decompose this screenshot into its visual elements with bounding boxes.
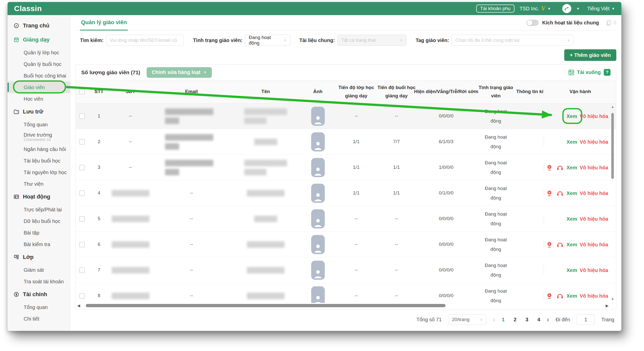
page-button-2[interactable]: 2 [514, 317, 516, 323]
page-button-4[interactable]: 4 [537, 317, 540, 323]
row-checkbox[interactable] [79, 267, 85, 273]
avatar [311, 107, 325, 126]
row-checkbox[interactable] [79, 165, 85, 170]
sidebar-item-luu-tru[interactable]: Lưu trữ [8, 105, 70, 119]
sidebar-item-du-lieu-buoi-hoc[interactable]: Dữ liệu buổi học [8, 215, 70, 227]
tag-filter-select[interactable]: Chọn tối đa 3 thẻ cùng một lúc ∨ [452, 35, 574, 46]
hscroll-track[interactable] [82, 304, 604, 307]
sidebar-item-drive-truong[interactable]: Drive trườngCourseware cũ [8, 130, 70, 143]
next-page-button[interactable]: › [547, 316, 549, 323]
view-button[interactable]: Xem [567, 163, 577, 172]
prev-page-button[interactable]: ‹ [493, 316, 495, 323]
sidebar-item-tong-quan-tai-chinh[interactable]: Tổng quan [8, 301, 70, 313]
view-button[interactable]: Xem [567, 266, 577, 275]
shared-docs-toggle-label: Kích hoạt tài liệu chung [542, 20, 599, 26]
yen-icon [13, 291, 20, 298]
download-button[interactable]: Tải xuống [568, 69, 601, 76]
disable-button[interactable]: Vô hiệu hóa [580, 189, 608, 198]
row-checkbox[interactable] [79, 190, 85, 196]
chevron-down-icon: ▼ [612, 7, 615, 11]
view-button[interactable]: Xem [567, 292, 577, 300]
shared-docs-count[interactable]: 0 [606, 20, 616, 26]
view-button[interactable]: Xem [567, 112, 577, 121]
tab-teacher-management[interactable]: Quản lý giáo viên [80, 15, 128, 30]
sidebar-item-trang-chu[interactable]: Trang chủ [8, 19, 70, 33]
sidebar-item-giam-sat[interactable]: Giám sát [8, 264, 70, 276]
sidebar-item-tai-chinh[interactable]: Tài chính [8, 287, 70, 301]
disable-button[interactable]: Vô hiệu hóa [580, 266, 608, 275]
sidebar-item-hoat-dong[interactable]: Hoạt động [8, 190, 70, 204]
view-button[interactable]: Xem [567, 215, 577, 223]
sidebar-item-tra-soat-tai-khoan[interactable]: Tra soát tài khoản [8, 276, 70, 287]
scroll-left-icon[interactable]: ◀ [77, 303, 80, 308]
sidebar-item-buoi-hoc-cong-khai[interactable]: Buổi học công khai [8, 70, 70, 82]
row-checkbox[interactable] [79, 242, 85, 247]
select-all-checkbox[interactable] [79, 89, 85, 95]
sidebar-item-giang-day[interactable]: Giảng dạy [8, 33, 70, 47]
status-filter-select[interactable]: Đang hoạt động ∨ [245, 35, 290, 46]
webcam-icon [546, 292, 553, 300]
cell-photo [300, 132, 336, 151]
search-input[interactable] [110, 37, 180, 43]
help-button[interactable]: ? [604, 69, 611, 76]
sidebar-item-giao-vien[interactable]: Giáo viên [8, 82, 70, 93]
scroll-up-icon[interactable]: ▲ [611, 105, 614, 108]
sidebar-item-chi-tiet[interactable]: Chi tiết [8, 313, 70, 325]
view-button[interactable]: Xem [567, 240, 577, 249]
cell-stt: 2 [88, 138, 110, 146]
sidebar-item-thu-vien[interactable]: Thư viện [8, 178, 70, 190]
add-teacher-button[interactable]: + Thêm giáo viên [564, 49, 616, 61]
scroll-right-icon[interactable]: ▶ [606, 303, 609, 308]
sidebar-item-label: Chi tiết [24, 316, 39, 322]
cell-attendance: 0/0/0/0 [417, 266, 476, 274]
row-checkbox[interactable] [79, 216, 85, 222]
bulk-edit-button[interactable]: Chỉnh sửa hàng loạt ▼ [147, 67, 212, 78]
avatar[interactable] [562, 4, 571, 13]
vip-icon: V [541, 5, 545, 12]
sidebar-item-tai-lieu-buoi-hoc[interactable]: Tài liệu buổi học [8, 155, 70, 167]
column-header-select-all[interactable] [76, 89, 88, 95]
sidebar-item-label: Hoạt động [23, 193, 50, 200]
vscroll-thumb[interactable] [611, 113, 614, 179]
row-checkbox[interactable] [79, 113, 85, 119]
vscroll-track[interactable] [611, 108, 614, 297]
row-checkbox[interactable] [79, 293, 85, 299]
goto-unit: Trang [601, 317, 614, 323]
disable-button[interactable]: Vô hiệu hóa [580, 112, 608, 121]
vertical-scrollbar[interactable]: ▲ ▼ [610, 105, 615, 301]
shared-filter-select[interactable]: Tất cả trạng thái ∨ [337, 35, 407, 46]
view-button[interactable]: Xem [567, 138, 577, 146]
per-page-select[interactable]: 20/trang ∨ [448, 314, 487, 325]
horizontal-scrollbar[interactable]: ◀ ▶ [77, 303, 609, 308]
avatar-chevron-icon[interactable]: ▼ [576, 7, 580, 11]
sidebar-item-lop[interactable]: Lớp [8, 250, 70, 264]
view-button[interactable]: Xem [567, 189, 577, 198]
sidebar-item-quan-ly-buoi-hoc[interactable]: Quản lý buổi học [8, 58, 70, 70]
sidebar-item-hoc-vien[interactable]: Học viên [8, 93, 70, 105]
goto-page-input[interactable] [577, 314, 595, 325]
sidebar-item-truc-tiep-phat-lai[interactable]: Trực tiếp/Phát lại [8, 204, 70, 215]
sub-account-button[interactable]: Tài khoản phụ [476, 5, 514, 13]
scroll-down-icon[interactable]: ▼ [611, 297, 614, 301]
language-menu[interactable]: Tiếng Việt ▼ [587, 6, 615, 12]
sidebar-item-tong-quan-luu-tru[interactable]: Tổng quan [8, 119, 70, 130]
disable-button[interactable]: Vô hiệu hóa [580, 292, 608, 300]
hscroll-thumb[interactable] [86, 304, 446, 307]
shared-docs-toggle[interactable] [527, 20, 539, 26]
redacted-text [165, 169, 179, 175]
cell-class-progress: 1/1 [336, 138, 376, 146]
page-button-1[interactable]: 1 [502, 317, 505, 323]
sidebar-item-bai-tap[interactable]: Bài tập [8, 227, 70, 239]
org-menu[interactable]: TSD Inc. V ▼ [519, 5, 551, 12]
page-button-3[interactable]: 3 [526, 317, 528, 323]
redacted-text [165, 108, 213, 115]
sidebar-item-quan-ly-lop-hoc[interactable]: Quản lý lớp học [8, 47, 70, 58]
sidebar-item-ngan-hang-cau-hoi[interactable]: Ngân hàng câu hỏi [8, 143, 70, 155]
disable-button[interactable]: Vô hiệu hóa [580, 138, 608, 146]
disable-button[interactable]: Vô hiệu hóa [580, 215, 608, 223]
disable-button[interactable]: Vô hiệu hóa [580, 240, 608, 249]
row-checkbox[interactable] [79, 139, 85, 145]
sidebar-item-bai-kiem-tra[interactable]: Bài kiểm tra [8, 239, 70, 250]
sidebar-item-tai-nguyen-lop-hoc[interactable]: Tài nguyên lớp học [8, 167, 70, 178]
disable-button[interactable]: Vô hiệu hóa [580, 163, 608, 172]
